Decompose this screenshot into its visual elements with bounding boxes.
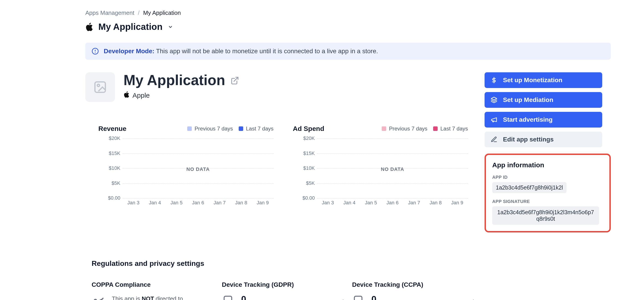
setup-monetization-button[interactable]: Set up Monetization (484, 72, 602, 88)
coppa-title: COPPA Compliance (92, 281, 217, 288)
coppa-text: This app is NOT directed to children und… (112, 294, 197, 300)
dollar-icon (490, 77, 498, 84)
xtick: Jan 3 (122, 200, 144, 206)
app-name: My Application (124, 72, 225, 88)
revenue-chart: Revenue Previous 7 days Last 7 days $20K… (98, 125, 274, 206)
app-information-panel: App information APP ID 1a2b3c4d5e6f7g8h9… (484, 154, 611, 232)
xtick: Jan 3 (317, 200, 338, 206)
gdpr-tracking: Device Tracking (GDPR) 0 blocked devices (222, 281, 348, 300)
xtick: Jan 4 (338, 200, 360, 206)
blocked-device-icon (222, 295, 234, 300)
alert-label: Developer Mode: (104, 48, 154, 54)
coppa-compliance: COPPA Compliance This app is NOT directe… (92, 281, 217, 300)
apple-icon (124, 91, 129, 100)
xtick: Jan 4 (144, 200, 166, 206)
ytick: $20K (109, 136, 120, 141)
gdpr-count: 0 (241, 294, 283, 300)
ytick: $5K (306, 180, 315, 186)
setup-mediation-button[interactable]: Set up Mediation (484, 92, 602, 108)
app-thumbnail-placeholder (85, 72, 115, 102)
external-link-icon[interactable] (230, 72, 239, 88)
svg-rect-15 (354, 296, 362, 300)
xtick: Jan 6 (382, 200, 403, 206)
xtick: Jan 6 (187, 200, 209, 206)
platform-name: Apple (132, 92, 150, 99)
layers-icon (490, 96, 498, 103)
no-data-label: NO DATA (317, 166, 468, 172)
ccpa-count: 0 (372, 294, 413, 300)
ytick: $5K (112, 180, 120, 186)
title-row: My Application (85, 22, 611, 32)
app-id-value[interactable]: 1a2b3c4d5e6f7g8h9i0j1k2l (492, 182, 566, 193)
legend-last-7-days: Last 7 days (239, 126, 274, 132)
blocked-device-icon (352, 295, 364, 300)
regulations-title: Regulations and privacy settings (92, 259, 611, 268)
adspend-title: Ad Spend (293, 125, 324, 132)
ytick: $15K (303, 150, 315, 156)
download-icon[interactable] (338, 299, 348, 300)
legend-last-7-days: Last 7 days (433, 126, 468, 132)
svg-point-4 (97, 84, 100, 86)
ytick: $10K (109, 165, 120, 171)
xtick: Jan 9 (446, 200, 468, 206)
no-data-label: NO DATA (122, 166, 274, 172)
app-id-label: APP ID (492, 175, 603, 180)
adspend-chart: Ad Spend Previous 7 days Last 7 days $20… (293, 125, 468, 206)
xtick: Jan 7 (209, 200, 230, 206)
svg-point-2 (95, 52, 96, 53)
developer-mode-alert: Developer Mode: This app will not be abl… (85, 43, 611, 60)
app-information-title: App information (492, 161, 603, 169)
ytick: $0.00 (108, 195, 120, 201)
chevron-down-icon[interactable] (168, 24, 173, 30)
ytick: $10K (303, 165, 315, 171)
ytick: $0.00 (302, 195, 315, 201)
info-icon (92, 48, 99, 55)
legend-previous-7-days: Previous 7 days (382, 126, 427, 132)
ytick: $20K (303, 136, 315, 141)
app-signature-value[interactable]: 1a2b3c4d5e6f7g8h9i0j1k2l3m4n5o6p7q8r9s0t (492, 206, 599, 225)
svg-line-5 (234, 77, 238, 81)
breadcrumb: Apps Management / My Application (85, 10, 611, 16)
xtick: Jan 7 (403, 200, 425, 206)
svg-marker-7 (491, 97, 497, 100)
coppa-icon (92, 297, 105, 300)
breadcrumb-current: My Application (143, 10, 181, 16)
svg-rect-3 (95, 82, 106, 92)
ccpa-title: Device Tracking (CCPA) (352, 281, 478, 288)
ytick: $15K (109, 150, 120, 156)
start-advertising-button[interactable]: Start advertising (484, 112, 602, 128)
apple-icon (85, 22, 93, 32)
gdpr-title: Device Tracking (GDPR) (222, 281, 348, 288)
breadcrumb-root[interactable]: Apps Management (85, 10, 134, 16)
edit-app-settings-button[interactable]: Edit app settings (484, 132, 602, 147)
xtick: Jan 5 (360, 200, 382, 206)
ccpa-tracking: Device Tracking (CCPA) 0 blocked devices (352, 281, 478, 300)
breadcrumb-separator: / (138, 10, 140, 16)
alert-text: This app will not be able to monetize un… (156, 48, 378, 54)
page-title: My Application (98, 22, 162, 32)
xtick: Jan 5 (166, 200, 187, 206)
app-signature-label: APP SIGNATURE (492, 199, 603, 204)
xtick: Jan 9 (252, 200, 274, 206)
svg-rect-11 (224, 296, 232, 300)
legend-previous-7-days: Previous 7 days (187, 126, 233, 132)
revenue-title: Revenue (98, 125, 126, 132)
xtick: Jan 8 (425, 200, 446, 206)
download-icon[interactable] (469, 299, 478, 300)
megaphone-icon (490, 116, 498, 123)
edit-icon (490, 136, 498, 143)
xtick: Jan 8 (230, 200, 252, 206)
